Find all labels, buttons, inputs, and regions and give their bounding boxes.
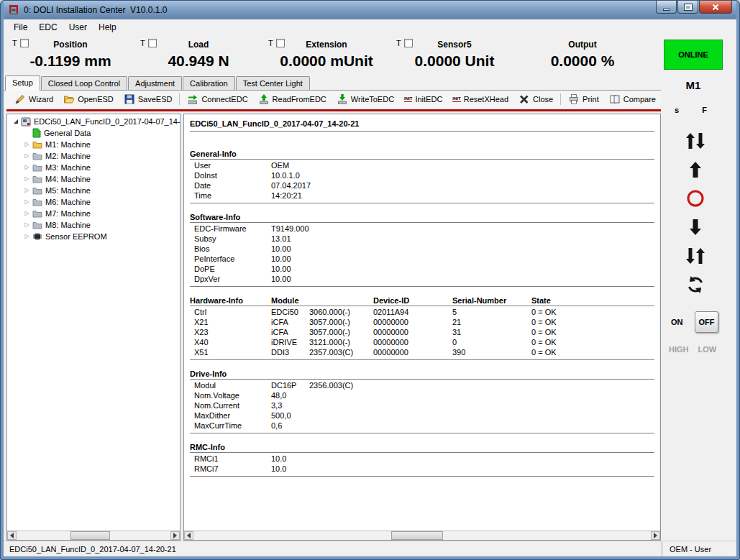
init-edc-button[interactable]: INIT InitEDC xyxy=(399,93,447,105)
app-window: 0: DOLI Installation Center V10.0.1.0 Fi… xyxy=(0,0,740,560)
tare-checkbox[interactable] xyxy=(20,39,29,47)
channel-name: Output xyxy=(519,37,647,50)
channel-value: -0.1199 mm xyxy=(6,52,134,70)
move-up-button[interactable] xyxy=(679,157,712,182)
expander-collapsed-icon[interactable]: ▷ xyxy=(23,222,31,228)
expander-collapsed-icon[interactable]: ▷ xyxy=(23,153,31,159)
scroll-right-button[interactable] xyxy=(170,531,180,540)
content-horizontal-scrollbar[interactable] xyxy=(184,531,660,540)
close-icon xyxy=(712,4,719,11)
tare-label: T xyxy=(396,39,401,47)
tare-checkbox[interactable] xyxy=(148,39,157,47)
menu-user[interactable]: User xyxy=(63,20,93,35)
tab-setup[interactable]: Setup xyxy=(5,75,40,91)
tree-item-general-data[interactable]: General Data xyxy=(7,127,180,139)
off-button[interactable]: OFF xyxy=(695,311,718,333)
expander-collapsed-icon[interactable]: ▷ xyxy=(23,188,31,193)
move-down-up-button[interactable] xyxy=(679,244,712,268)
menu-help[interactable]: Help xyxy=(93,20,122,35)
channel-extension: T Extension 0.0000 mUnit xyxy=(262,37,390,75)
maximize-button[interactable] xyxy=(677,1,698,14)
compare-pages-icon xyxy=(609,93,621,105)
scrollbar-thumb[interactable] xyxy=(70,531,110,540)
info-row: EDC-FirmwareT9149.000 xyxy=(190,224,654,234)
tare-checkbox[interactable] xyxy=(276,39,285,47)
menu-file[interactable]: File xyxy=(8,20,33,35)
expander-collapsed-icon[interactable]: ▷ xyxy=(23,199,31,205)
section-header: RMC-Info xyxy=(190,442,654,453)
info-row: MaxDither500,0 xyxy=(190,410,654,421)
hardware-row: X40iDRIVE3121.000(-)0000000000 = OK xyxy=(190,337,654,347)
tree-item-m2[interactable]: ▷ M2: Machine xyxy=(7,150,180,162)
tree-item-m5[interactable]: ▷ M5: Machine xyxy=(7,185,180,196)
tree-item-m8[interactable]: ▷ M8: Machine xyxy=(7,219,180,231)
tab-calibration[interactable]: Calibration xyxy=(183,76,235,90)
esd-title: EDCi50_LAN_FuncID_0_2017-04-07_14-20-21 xyxy=(190,119,654,129)
scroll-left-button[interactable] xyxy=(7,531,17,540)
jog-controls xyxy=(664,129,727,301)
folder-gray-icon xyxy=(32,163,42,172)
on-label[interactable]: ON xyxy=(671,318,690,326)
cycle-button[interactable] xyxy=(679,272,712,297)
expander-collapsed-icon[interactable]: ▷ xyxy=(23,142,31,147)
app-icon xyxy=(8,4,19,16)
content-panel: EDCi50_LAN_FuncID_0_2017-04-07_14-20-21 … xyxy=(183,114,661,541)
open-esd-button[interactable]: OpenESD xyxy=(58,92,119,106)
tab-closed-loop-control[interactable]: Closed Loop Control xyxy=(41,76,127,90)
move-down-button[interactable] xyxy=(679,215,712,239)
tree-item-m4[interactable]: ▷ M4: Machine xyxy=(7,173,180,185)
tare-checkbox[interactable] xyxy=(404,39,413,47)
reset-xhead-button[interactable]: INIT ResetXHead xyxy=(447,93,513,105)
wizard-button[interactable]: Wizard xyxy=(9,92,58,106)
close-esd-button[interactable]: Close xyxy=(513,92,558,106)
hardware-row: X21iCFA3057.000(-)00000000210 = OK xyxy=(190,317,654,327)
up-arrow-icon xyxy=(689,161,702,178)
tree-item-root[interactable]: EDCi50_LAN_FuncID_0_2017-04-07_14-20-21 xyxy=(7,116,180,127)
tab-test-center-light[interactable]: Test Center Light xyxy=(236,76,310,90)
expander-collapsed-icon[interactable]: ▷ xyxy=(23,211,31,216)
tree-item-m7[interactable]: ▷ M7: Machine xyxy=(7,208,180,219)
toolbar-separator xyxy=(560,93,561,105)
online-button[interactable]: ONLINE xyxy=(664,40,723,70)
scroll-left-button[interactable] xyxy=(184,531,193,540)
stop-button[interactable] xyxy=(679,186,712,211)
expander-collapsed-icon[interactable]: ▷ xyxy=(23,165,31,170)
connect-edc-button[interactable]: ConnectEDC xyxy=(182,92,252,106)
tree-item-sensor-eeprom[interactable]: ▷ Sensor EEPROM xyxy=(7,231,180,242)
compare-button[interactable]: Compare xyxy=(604,92,661,106)
tree-item-m6[interactable]: ▷ M6: Machine xyxy=(7,196,180,208)
hardware-table-header: Hardware-Info Module Device-ID Serial-Nu… xyxy=(190,295,654,306)
menu-edc[interactable]: EDC xyxy=(33,20,63,35)
measurement-panel: T Position -0.1199 mm T Load 40.949 N xyxy=(4,35,661,75)
statusbar-user: OEM - User xyxy=(662,541,736,556)
save-esd-button[interactable]: SaveESD xyxy=(119,92,178,106)
init-text-icon: INIT xyxy=(452,96,460,102)
tare-label: T xyxy=(12,39,17,47)
close-button[interactable] xyxy=(699,1,732,14)
expander-collapsed-icon[interactable]: ▷ xyxy=(23,234,31,239)
tree-panel: EDCi50_LAN_FuncID_0_2017-04-07_14-20-21 … xyxy=(6,114,181,541)
tree-item-m3[interactable]: ▷ M3: Machine xyxy=(7,162,180,173)
minimize-button[interactable] xyxy=(656,1,677,14)
close-x-icon xyxy=(519,93,530,105)
move-up-down-button[interactable] xyxy=(679,129,712,153)
slow-label: s xyxy=(675,106,679,114)
print-button[interactable]: Print xyxy=(563,92,604,106)
channel-sensor5: T Sensor5 0.0000 Unit xyxy=(390,37,519,75)
write-to-edc-button[interactable]: WriteToEDC xyxy=(332,92,399,106)
expander-collapsed-icon[interactable]: ▷ xyxy=(23,176,31,182)
info-row: DoPE10.00 xyxy=(190,264,654,274)
scroll-right-button[interactable] xyxy=(651,531,660,540)
info-row: UserOEM xyxy=(190,160,654,170)
software-info-section: Software-Info EDC-FirmwareT9149.000 Subs… xyxy=(190,212,654,287)
scrollbar-thumb[interactable] xyxy=(391,531,443,540)
read-from-edc-button[interactable]: ReadFromEDC xyxy=(253,92,332,106)
tab-adjustment[interactable]: Adjustment xyxy=(128,76,182,90)
tree-horizontal-scrollbar[interactable] xyxy=(7,531,180,540)
down-up-arrows-icon xyxy=(685,247,705,265)
tree-item-m1[interactable]: ▷ M1: Machine xyxy=(7,139,180,150)
folder-yellow-icon xyxy=(32,140,42,149)
expander-expanded-icon[interactable] xyxy=(12,119,19,124)
titlebar[interactable]: 0: DOLI Installation Center V10.0.1.0 xyxy=(4,1,736,19)
document-green-icon xyxy=(32,128,41,138)
